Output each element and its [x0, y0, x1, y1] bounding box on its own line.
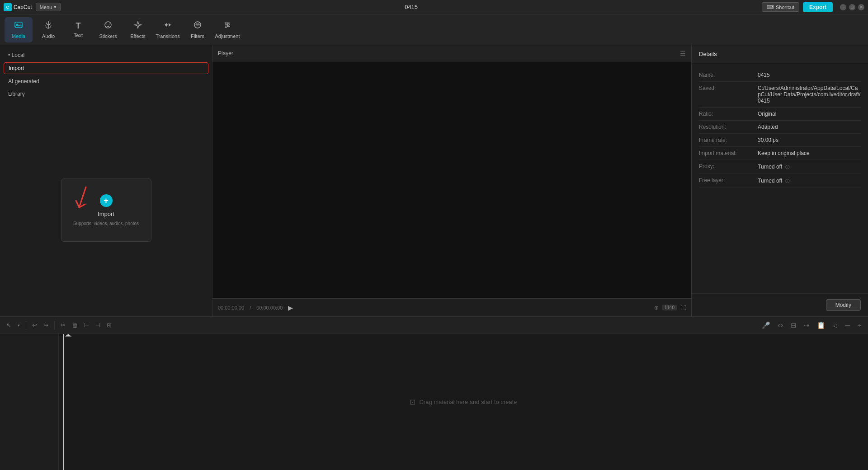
close-button[interactable]: ✕	[858, 4, 864, 10]
link-button[interactable]: ⇔	[775, 320, 786, 330]
toolbar-stickers[interactable]: Stickers	[94, 17, 122, 42]
detail-label-proxy: Proxy:	[699, 163, 758, 169]
subtitle-button[interactable]: 📋	[815, 320, 828, 330]
main-content: • Local Import AI generated Library + Im…	[0, 45, 868, 316]
toolbar-adjustment[interactable]: Adjustment	[213, 17, 241, 42]
detail-label-import-material: Import material:	[699, 150, 758, 156]
toolbar-transitions[interactable]: Transitions	[154, 17, 182, 42]
detail-row-name: Name: 0415	[699, 69, 861, 82]
keyboard-icon: ⌨	[767, 4, 774, 10]
undo-button[interactable]: ↩	[30, 320, 39, 330]
svg-point-2	[105, 22, 111, 28]
player-menu-icon[interactable]: ☰	[680, 50, 686, 57]
stickers-label: Stickers	[99, 33, 117, 39]
transitions-label: Transitions	[156, 33, 179, 39]
playhead-marker	[65, 334, 71, 340]
right-panel-footer: Modify	[692, 293, 868, 316]
shortcut-button[interactable]: ⌨ Shortcut	[762, 2, 799, 12]
media-label: Media	[12, 33, 25, 39]
svg-point-4	[109, 24, 110, 25]
details-title: Details	[699, 51, 717, 57]
menu-button[interactable]: Menu ▾	[36, 3, 61, 11]
modify-button[interactable]: Modify	[826, 299, 861, 311]
filters-icon	[193, 20, 202, 32]
timeline-body: ⊡ Drag material here and start to create	[0, 334, 868, 470]
audio-track-button[interactable]: ♫	[830, 320, 840, 330]
transitions-icon	[163, 20, 172, 32]
tab-ai-generated[interactable]: AI generated	[4, 76, 208, 87]
snap-button[interactable]: ⊟	[788, 320, 799, 330]
import-plus-icon: +	[100, 194, 113, 207]
zoom-out-button[interactable]: ─	[843, 320, 853, 330]
player-panel: Player ☰ 00:00:00:00 / 00:00:00:00 ▶ ⊕ 1…	[212, 45, 692, 316]
svg-point-10	[227, 24, 229, 26]
playhead[interactable]	[63, 334, 64, 470]
drag-hint-icon: ⊡	[410, 398, 415, 406]
text-label: Text	[74, 33, 83, 38]
tab-library[interactable]: Library	[4, 89, 208, 99]
player-time-current: 00:00:00:00	[218, 305, 244, 310]
freelayer-toggle-icon[interactable]: ⊙	[785, 177, 790, 184]
details-content: Name: 0415 Saved: C:/Users/Administrator…	[692, 63, 868, 193]
play-button[interactable]: ▶	[288, 304, 293, 311]
zoom-in-button[interactable]: +	[855, 320, 863, 330]
cursor-tool[interactable]: ↖	[5, 320, 13, 330]
adjustment-icon	[223, 20, 232, 32]
player-controls: 00:00:00:00 / 00:00:00:00 ▶ ⊕ 1140 ⛶	[212, 298, 691, 316]
split-button[interactable]: ✂	[59, 320, 67, 330]
align-button[interactable]: ⇢	[802, 320, 812, 330]
toolbar-media[interactable]: Media	[5, 17, 33, 42]
mic-button[interactable]: 🎤	[760, 320, 773, 330]
detail-value-framerate: 30.00fps	[758, 137, 861, 143]
minimize-button[interactable]: ─	[840, 4, 846, 10]
restore-button[interactable]: □	[849, 4, 855, 10]
detail-row-resolution: Resolution: Adapted	[699, 121, 861, 134]
detail-row-saved: Saved: C:/Users/Administrator/AppData/Lo…	[699, 82, 861, 108]
left-panel: • Local Import AI generated Library + Im…	[0, 45, 212, 316]
player-time-separator: /	[250, 305, 251, 310]
export-button[interactable]: Export	[803, 2, 833, 12]
tl-divider-1	[26, 321, 26, 329]
detail-row-framerate: Frame rate: 30.00fps	[699, 134, 861, 147]
text-icon: T	[76, 21, 81, 31]
toolbar-filters[interactable]: Filters	[184, 17, 212, 42]
delete-button[interactable]: 🗑	[70, 320, 80, 330]
toolbar-effects[interactable]: Effects	[124, 17, 152, 42]
effects-label: Effects	[130, 33, 145, 39]
import-label: Import	[98, 211, 114, 217]
detail-label-ratio: Ratio:	[699, 111, 758, 117]
detail-row-import-material: Import material: Keep in original place	[699, 147, 861, 160]
player-time-total: 00:00:00:00	[256, 305, 283, 310]
extend-button[interactable]: ⊣	[94, 320, 102, 330]
cursor-dropdown[interactable]: ▾	[16, 322, 22, 329]
detail-value-saved: C:/Users/Administrator/AppData/Local/Cap…	[758, 85, 861, 104]
proxy-toggle-icon[interactable]: ⊙	[785, 163, 790, 170]
panel-content: + Import Supports: videos, audios, photo…	[0, 104, 212, 316]
detail-row-freelayer: Free layer: Turned off ⊙	[699, 174, 861, 188]
import-box[interactable]: + Import Supports: videos, audios, photo…	[61, 179, 151, 242]
tab-import[interactable]: Import	[4, 62, 208, 74]
right-panel: Details Name: 0415 Saved: C:/Users/Admin…	[692, 45, 868, 316]
trim-button[interactable]: ⊢	[82, 320, 91, 330]
menu-label: Menu	[40, 5, 52, 10]
zoom-fit-button[interactable]: ⊕	[654, 305, 659, 311]
redo-button[interactable]: ↪	[42, 320, 50, 330]
toolbar-text[interactable]: T Text	[64, 17, 92, 42]
fullscreen-button[interactable]: ⛶	[680, 305, 686, 311]
detail-value-import-material: Keep in original place	[758, 150, 861, 156]
detail-value-proxy: Turned off ⊙	[758, 163, 861, 170]
tab-local[interactable]: • Local	[4, 50, 208, 61]
import-subtitle: Supports: videos, audios, photos	[73, 221, 139, 226]
shortcut-label: Shortcut	[776, 5, 794, 10]
resolution-badge: 1140	[662, 305, 677, 310]
audio-icon	[44, 20, 53, 32]
timeline: ↖ ▾ ↩ ↪ ✂ 🗑 ⊢ ⊣ ⊞ 🎤 ⇔ ⊟ ⇢ 📋 ♫ ─ + ⊡	[0, 316, 868, 470]
detail-value-ratio: Original	[758, 111, 861, 117]
timeline-track-labels	[0, 334, 59, 470]
import-arrow-icon	[68, 183, 95, 214]
detail-label-freelayer: Free layer:	[699, 177, 758, 183]
toolbar-audio[interactable]: Audio	[34, 17, 62, 42]
detail-row-proxy: Proxy: Turned off ⊙	[699, 160, 861, 174]
detail-label-framerate: Frame rate:	[699, 137, 758, 143]
group-button[interactable]: ⊞	[105, 320, 113, 330]
